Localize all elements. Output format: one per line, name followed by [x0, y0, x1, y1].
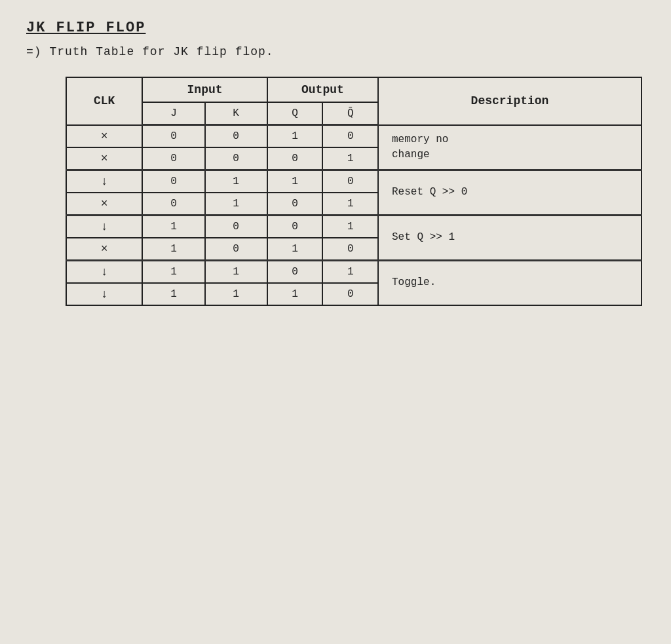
cell-qbar: 0 — [322, 238, 378, 261]
cell-j: 1 — [142, 260, 204, 283]
cell-qbar: 0 — [322, 283, 378, 305]
cell-description: Reset Q >> 0 — [378, 170, 642, 215]
cell-clk: × — [66, 238, 142, 261]
cell-description: Toggle. — [378, 260, 642, 305]
cell-j: 0 — [142, 125, 204, 147]
page: JK FLIP FLOP =) Truth Table for JK flip … — [0, 0, 671, 644]
table-row: ↓1001Set Q >> 1 — [66, 215, 642, 238]
cell-j: 0 — [142, 170, 204, 193]
col-header-clk: CLK — [66, 77, 142, 125]
main-title: JK FLIP FLOP — [26, 20, 645, 36]
cell-q: 1 — [267, 170, 323, 193]
cell-q: 1 — [267, 125, 323, 147]
cell-j: 1 — [142, 215, 204, 238]
cell-clk: ↓ — [66, 260, 142, 283]
cell-qbar: 0 — [322, 125, 378, 147]
cell-k: 0 — [205, 238, 267, 261]
cell-description: Set Q >> 1 — [378, 215, 642, 260]
col-header-description: Description — [378, 77, 642, 125]
subheader-k: K — [205, 102, 267, 125]
cell-clk: ↓ — [66, 170, 142, 193]
subheader-q: Q — [267, 102, 323, 125]
subtitle: =) Truth Table for JK flip flop. — [26, 45, 645, 58]
cell-clk: × — [66, 147, 142, 170]
table-row: ↓1101Toggle. — [66, 260, 642, 283]
cell-q: 0 — [267, 260, 323, 283]
cell-description: memory nochange — [378, 125, 642, 170]
cell-clk: × — [66, 193, 142, 216]
truth-table: CLK Input Output Description J K Q Q̄ ×0… — [66, 77, 642, 306]
cell-k: 0 — [205, 215, 267, 238]
cell-clk: ↓ — [66, 283, 142, 305]
cell-qbar: 1 — [322, 147, 378, 170]
cell-j: 1 — [142, 283, 204, 305]
table-row: ↓0110Reset Q >> 0 — [66, 170, 642, 193]
cell-q: 0 — [267, 215, 323, 238]
cell-q: 1 — [267, 238, 323, 261]
col-header-input: Input — [142, 77, 267, 102]
cell-j: 0 — [142, 193, 204, 216]
table-wrapper: CLK Input Output Description J K Q Q̄ ×0… — [66, 77, 632, 306]
cell-qbar: 0 — [322, 170, 378, 193]
cell-clk: ↓ — [66, 215, 142, 238]
cell-q: 1 — [267, 283, 323, 305]
cell-k: 1 — [205, 283, 267, 305]
cell-qbar: 1 — [322, 215, 378, 238]
cell-j: 1 — [142, 238, 204, 261]
title-section: JK FLIP FLOP =) Truth Table for JK flip … — [26, 20, 645, 58]
header-row: CLK Input Output Description — [66, 77, 642, 102]
cell-clk: × — [66, 125, 142, 147]
subheader-j: J — [142, 102, 204, 125]
col-header-output: Output — [267, 77, 378, 102]
cell-qbar: 1 — [322, 260, 378, 283]
table-row: ×0010memory nochange — [66, 125, 642, 147]
cell-k: 1 — [205, 193, 267, 216]
cell-q: 0 — [267, 147, 323, 170]
cell-k: 1 — [205, 170, 267, 193]
cell-j: 0 — [142, 147, 204, 170]
cell-k: 0 — [205, 147, 267, 170]
subheader-qbar: Q̄ — [322, 102, 378, 125]
cell-q: 0 — [267, 193, 323, 216]
cell-qbar: 1 — [322, 193, 378, 216]
cell-k: 1 — [205, 260, 267, 283]
cell-k: 0 — [205, 125, 267, 147]
